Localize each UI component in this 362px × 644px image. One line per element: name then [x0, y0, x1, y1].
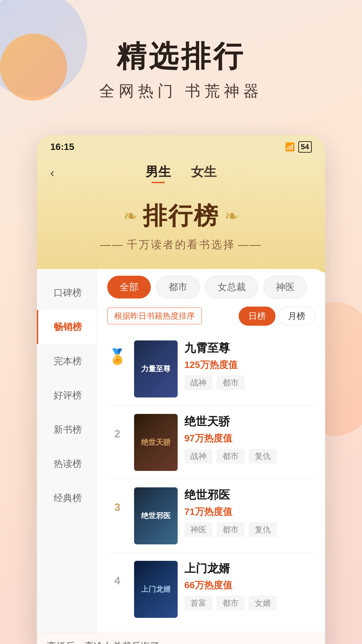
rank-badge-4: 4 [107, 571, 127, 591]
book-tags-1: 战神 都市 [184, 375, 315, 390]
book-title-1: 九霄至尊 [184, 340, 315, 356]
tag-shoufu-4: 首富 [184, 596, 213, 610]
hero-section: 精选排行 全网热门 书荒神器 [0, 0, 362, 122]
sidebar-item-redu[interactable]: 热读榜 [37, 447, 97, 481]
book-tags-2: 战神 都市 复仇 [184, 449, 315, 464]
teaser-text: 离婚后，高冷女总裁后悔了 [47, 640, 315, 644]
back-button[interactable]: ‹ [50, 166, 54, 180]
ranking-subtitle: 千万读者的看书选择 [50, 237, 312, 252]
chip-dushi[interactable]: 都市 [156, 276, 200, 299]
book-title-3: 绝世邪医 [184, 487, 315, 503]
ranking-title-row: ❧ 排行榜 ❧ [50, 200, 312, 232]
tab-male[interactable]: 男生 [145, 163, 171, 183]
content-card: 口碑榜 畅销榜 完本榜 好评榜 新书榜 热读榜 经典榜 全部 都市 女总裁 神医 [37, 269, 325, 644]
sidebar-item-changxiao[interactable]: 畅销榜 [37, 310, 97, 344]
chip-all[interactable]: 全部 [107, 276, 151, 299]
filter-chips: 全部 都市 女总裁 神医 [107, 276, 315, 299]
date-btn-monthly[interactable]: 月榜 [278, 307, 315, 326]
main-content: 全部 都市 女总裁 神医 根据昨日书籍热度排序 日榜 月榜 1 [97, 269, 325, 633]
book-item-3[interactable]: 3 绝世邪医 绝世邪医 71万热度值 神医 都市 复仇 [107, 479, 315, 553]
tag-zhanshen-2: 战神 [184, 449, 213, 464]
tag-shenyi-3: 神医 [184, 522, 213, 537]
book-tags-3: 神医 都市 复仇 [184, 522, 315, 537]
chip-nvzongcai[interactable]: 女总裁 [205, 276, 258, 299]
book-info-1: 九霄至尊 125万热度值 战神 都市 [184, 340, 315, 390]
tag-dushi-4: 都市 [217, 596, 245, 610]
ranking-banner: ❧ 排行榜 ❧ 千万读者的看书选择 [50, 193, 312, 259]
tag-zhanshen-1: 战神 [184, 375, 213, 390]
book-title-2: 绝世天骄 [184, 414, 315, 429]
book-cover-2: 绝世天骄 [134, 414, 178, 471]
book-info-3: 绝世邪医 71万热度值 神医 都市 复仇 [184, 487, 315, 537]
nav-tabs: 男生 女生 [145, 163, 217, 183]
nav-header: ‹ 男生 女生 [50, 163, 312, 183]
hero-main-title: 精选排行 [20, 40, 342, 73]
date-btn-daily[interactable]: 日榜 [239, 307, 276, 326]
book-item-1[interactable]: 1 力量至尊 九霄至尊 125万热度值 战神 都市 [107, 332, 315, 406]
battery-indicator: 54 [298, 141, 312, 153]
hero-sub-title: 全网热门 书荒神器 [20, 81, 342, 102]
book-info-2: 绝世天骄 97万热度值 战神 都市 复仇 [184, 414, 315, 464]
book-cover-1: 力量至尊 [134, 340, 178, 397]
ranking-title: 排行榜 [143, 200, 219, 232]
laurel-right-icon: ❧ [225, 206, 239, 226]
book-heat-1: 125万热度值 [184, 359, 315, 371]
tag-dushi-2: 都市 [217, 449, 245, 464]
tag-fuchou-3: 复仇 [249, 522, 277, 537]
sidebar-item-jingdian[interactable]: 经典榜 [37, 481, 97, 515]
tag-dushi-3: 都市 [217, 522, 245, 537]
sidebar-item-haoping[interactable]: 好评榜 [37, 378, 97, 413]
book-cover-3: 绝世邪医 [134, 487, 178, 544]
sidebar-item-xinshu[interactable]: 新书榜 [37, 413, 97, 447]
book-item-2[interactable]: 2 绝世天骄 绝世天骄 97万热度值 战神 都市 复仇 [107, 406, 315, 479]
sidebar-item-koubei[interactable]: 口碑榜 [37, 276, 97, 310]
bottom-teaser[interactable]: 离婚后，高冷女总裁后悔了 [37, 633, 325, 644]
tag-fuchou-2: 复仇 [249, 449, 277, 464]
rank-badge-3: 3 [107, 497, 127, 518]
sidebar: 口碑榜 畅销榜 完本榜 好评榜 新书榜 热读榜 经典榜 [37, 269, 97, 633]
tag-nüxu-4: 女婿 [249, 596, 277, 610]
chip-shenyi[interactable]: 神医 [263, 276, 307, 299]
book-item-4[interactable]: 4 上门龙婿 上门龙婿 66万热度值 首富 都市 女婿 [107, 553, 315, 626]
status-time: 16:15 [50, 142, 74, 152]
tab-female[interactable]: 女生 [191, 163, 217, 183]
book-cover-4: 上门龙婿 [134, 561, 178, 618]
banner-area: ‹ 男生 女生 ❧ 排行榜 ❧ 千万读者的看书选择 [37, 157, 325, 272]
wifi-icon: 📶 [285, 142, 295, 152]
book-tags-4: 首富 都市 女婿 [184, 596, 315, 610]
book-info-4: 上门龙婿 66万热度值 首富 都市 女婿 [184, 561, 315, 610]
date-hint: 根据昨日书籍热度排序 [107, 308, 202, 324]
laurel-left-icon: ❧ [123, 206, 137, 226]
book-title-4: 上门龙婿 [184, 561, 315, 576]
date-toggle: 日榜 月榜 [239, 307, 315, 326]
book-heat-4: 66万热度值 [184, 579, 315, 592]
list-layout: 口碑榜 畅销榜 完本榜 好评榜 新书榜 热读榜 经典榜 全部 都市 女总裁 神医 [37, 269, 325, 633]
rank-badge-1: 1 [107, 351, 127, 371]
tag-dushi-1: 都市 [217, 375, 245, 390]
phone-mockup: 16:15 📶 54 ‹ 男生 女生 ❧ 排行榜 ❧ 千万读者的看书选择 [37, 135, 325, 644]
sidebar-item-wanben[interactable]: 完本榜 [37, 344, 97, 378]
rank-badge-2: 2 [107, 424, 127, 444]
book-heat-2: 97万热度值 [184, 432, 315, 445]
date-filter-row: 根据昨日书籍热度排序 日榜 月榜 [107, 307, 315, 326]
status-icons: 📶 54 [285, 141, 312, 153]
book-heat-3: 71万热度值 [184, 505, 315, 518]
status-bar: 16:15 📶 54 [37, 135, 325, 157]
